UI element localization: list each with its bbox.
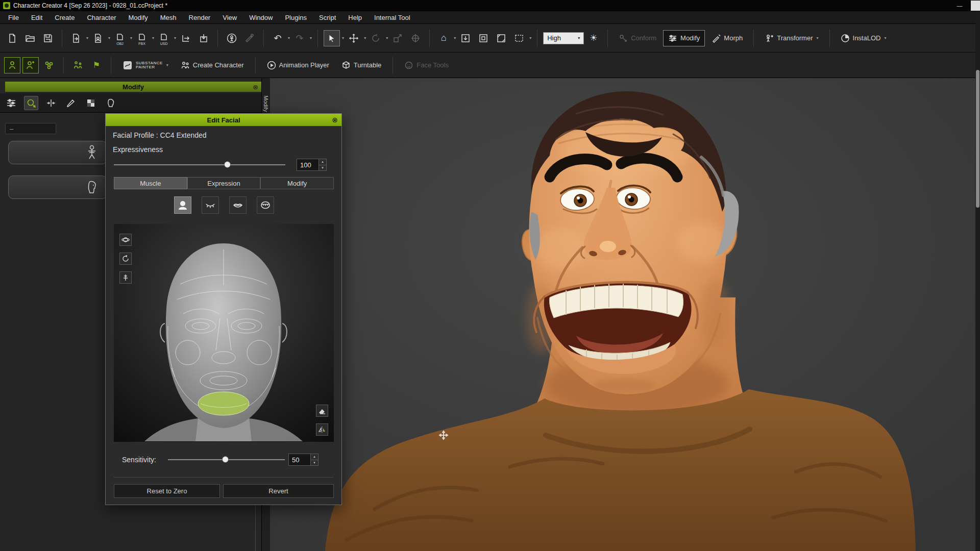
redo-button[interactable]: ↷ (291, 30, 308, 46)
new-project-button[interactable] (4, 30, 20, 46)
menu-create[interactable]: Create (48, 12, 81, 23)
sensitivity-input[interactable] (288, 454, 311, 466)
animation-player-button[interactable]: Animation Player (262, 57, 334, 73)
sensitivity-slider-knob[interactable] (222, 456, 229, 463)
instalod-button[interactable]: InstaLOD ▾ (836, 30, 892, 46)
tab-muscle[interactable]: Muscle (114, 177, 187, 189)
spinner-down-icon[interactable]: ▼ (319, 165, 326, 171)
close-icon[interactable]: ⊗ (332, 116, 338, 123)
menu-internal-tool[interactable]: Internal Tool (368, 12, 416, 23)
marquee-select-button[interactable] (511, 30, 527, 46)
minimize-button[interactable]: — (952, 0, 967, 11)
quality-dropdown[interactable]: High ▾ (543, 32, 584, 44)
morph-button[interactable]: Morph (706, 30, 748, 46)
checkpoint-button[interactable]: ⚑ (88, 57, 105, 73)
menu-file[interactable]: File (2, 12, 25, 23)
pivot-tool-button[interactable] (407, 30, 424, 46)
spinner-down-icon[interactable]: ▼ (311, 460, 318, 466)
pose-edit-button[interactable] (241, 30, 258, 46)
menu-modify[interactable]: Modify (122, 12, 154, 23)
scrollbar-thumb[interactable] (976, 70, 979, 208)
character-mode-toggle[interactable] (4, 57, 20, 73)
part-mouth-button[interactable] (257, 196, 274, 214)
proportion-button[interactable] (70, 57, 86, 73)
avatar-mode-toggle[interactable] (22, 57, 39, 73)
modify-button[interactable]: Modify (663, 30, 705, 46)
reset-view-button[interactable] (119, 253, 132, 265)
pose-tool-button[interactable] (224, 30, 240, 46)
import-character-button[interactable] (68, 30, 84, 46)
import-obj-button[interactable]: OBJ (112, 30, 128, 46)
export-package-button[interactable] (195, 30, 212, 46)
tab-morph[interactable] (44, 96, 58, 110)
morph-value-field[interactable]: – (5, 123, 56, 134)
home-view-button[interactable]: ⌂ (435, 30, 452, 46)
tab-material[interactable] (64, 96, 78, 110)
mirror-symmetry-button[interactable] (316, 423, 328, 436)
3d-viewport[interactable] (270, 78, 975, 551)
tab-expression[interactable]: Expression (187, 177, 261, 189)
tab-modify[interactable]: Modify (260, 177, 334, 189)
lighting-button[interactable]: ☀ (585, 30, 602, 46)
expressiveness-spinner[interactable]: ▲ ▼ (319, 159, 327, 171)
menu-window[interactable]: Window (243, 12, 279, 23)
rotate-tool-button[interactable] (368, 30, 384, 46)
import-avatar-button[interactable] (90, 30, 106, 46)
menu-render[interactable]: Render (183, 12, 217, 23)
conform-button[interactable]: Conform (614, 30, 662, 46)
edit-body-button[interactable] (8, 141, 107, 164)
collapsed-tab-modify[interactable]: Modify (263, 95, 269, 113)
tab-facial-edit[interactable] (24, 96, 38, 110)
pivot-lock-button[interactable] (119, 271, 132, 284)
save-project-button[interactable] (40, 30, 56, 46)
transformer-button[interactable]: Transformer ▾ (760, 30, 823, 46)
part-head-button[interactable] (174, 196, 191, 214)
open-project-button[interactable] (22, 30, 38, 46)
expressiveness-slider[interactable] (114, 164, 285, 165)
select-tool-button[interactable] (324, 30, 340, 46)
part-eye-button[interactable] (202, 196, 219, 214)
tab-skin[interactable] (104, 96, 118, 110)
edit-facial-header[interactable]: Edit Facial ⊗ (106, 114, 341, 126)
menu-view[interactable]: View (216, 12, 243, 23)
frame-selection-button[interactable] (457, 30, 474, 46)
frame-all-button[interactable] (475, 30, 492, 46)
revert-button[interactable]: Revert (223, 484, 334, 498)
menu-help[interactable]: Help (342, 12, 368, 23)
expressiveness-input[interactable] (297, 159, 319, 171)
turntable-button[interactable]: Turntable (336, 57, 386, 73)
modify-panel-header[interactable]: Modify ⊗ (5, 82, 261, 92)
facial-region-preview[interactable] (114, 224, 334, 442)
import-fbx-button[interactable]: FBX (134, 30, 150, 46)
tab-attribute[interactable] (4, 96, 18, 110)
edit-facial-button[interactable] (8, 176, 107, 199)
menu-character[interactable]: Character (81, 12, 122, 23)
spinner-up-icon[interactable]: ▲ (311, 454, 318, 460)
orbit-view-button[interactable] (119, 234, 132, 246)
sensitivity-spinner[interactable]: ▲ ▼ (311, 454, 318, 466)
camera-view-button[interactable] (493, 30, 509, 46)
substance-painter-button[interactable]: SUBSTANCE PAINTER ▾ (117, 57, 174, 74)
menu-plugins[interactable]: Plugins (279, 12, 313, 23)
reset-to-zero-button[interactable]: Reset to Zero (114, 484, 220, 498)
erase-selection-button[interactable] (316, 405, 328, 417)
maximize-button[interactable] (971, 1, 980, 11)
close-icon[interactable]: ⊗ (253, 84, 258, 90)
expressiveness-slider-knob[interactable] (224, 161, 231, 168)
import-usd-button[interactable]: USD (156, 30, 172, 46)
undo-button[interactable]: ↶ (270, 30, 286, 46)
face-tools-button[interactable]: Face Tools (399, 57, 454, 73)
spinner-up-icon[interactable]: ▲ (319, 159, 326, 165)
scale-tool-button[interactable] (389, 30, 406, 46)
create-character-button[interactable]: Create Character (176, 57, 249, 73)
move-tool-button[interactable] (346, 30, 362, 46)
menu-mesh[interactable]: Mesh (154, 12, 183, 23)
chin-region-selected[interactable] (198, 392, 249, 415)
tab-texture[interactable] (84, 96, 98, 110)
menu-script[interactable]: Script (313, 12, 342, 23)
export-button[interactable] (178, 30, 194, 46)
vertical-scrollbar[interactable] (975, 11, 980, 551)
morph-groups-button[interactable] (41, 57, 57, 73)
part-lips-button[interactable] (229, 196, 247, 214)
menu-edit[interactable]: Edit (25, 12, 48, 23)
